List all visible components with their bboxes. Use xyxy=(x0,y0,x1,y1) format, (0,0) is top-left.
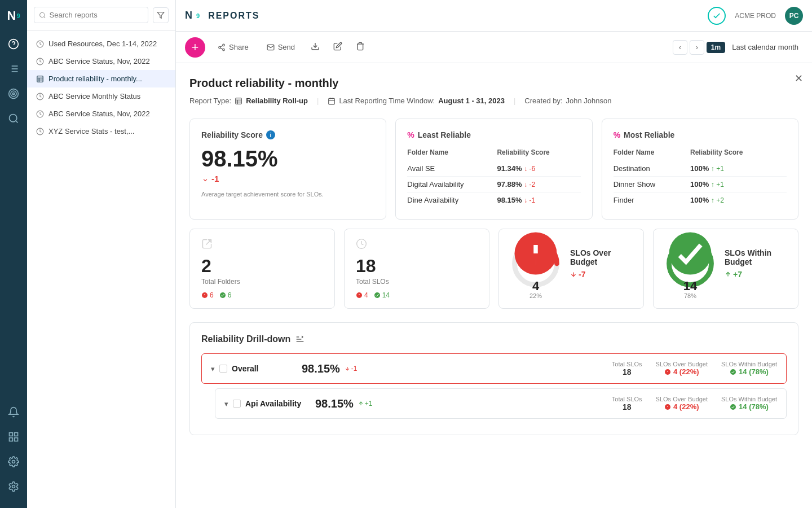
cards-row-2: 2 Total Folders 6 6 xyxy=(189,229,798,309)
svg-line-12 xyxy=(16,121,18,123)
avatar[interactable]: PC xyxy=(785,7,803,25)
report-area: ✕ Product reliability - monthly Report T… xyxy=(176,63,812,508)
slos-green-badge: 14 xyxy=(374,291,390,299)
list-item-active[interactable]: Product reliability - monthly... xyxy=(27,70,175,87)
svg-point-78 xyxy=(730,404,736,410)
table-row: Destination 100% ↑ +1 xyxy=(614,161,787,177)
nav-search-icon[interactable] xyxy=(0,106,27,131)
total-slos-label: Total SLOs xyxy=(356,278,478,286)
svg-point-50 xyxy=(220,292,226,298)
list-item[interactable]: ABC Service Monthly Status xyxy=(27,87,175,105)
main-content: N 9 REPORTS ACME PROD PC + Share Send xyxy=(176,0,812,508)
total-slos-badges: 4 14 xyxy=(356,291,478,299)
reliability-score-delta: -1 xyxy=(201,174,374,183)
svg-rect-13 xyxy=(10,433,13,436)
search-input[interactable] xyxy=(50,11,143,19)
badge-check-icon xyxy=(730,369,736,375)
search-input-wrap[interactable] xyxy=(34,7,148,23)
drilldown-section: Reliability Drill-down ▾ Overall 98.15% … xyxy=(189,322,798,435)
check-circle-icon xyxy=(219,292,226,299)
delete-button[interactable] xyxy=(352,38,368,56)
logo-9: 9 xyxy=(196,12,200,19)
list-item[interactable]: XYZ Service Stats - test,... xyxy=(27,122,175,140)
nav-target-icon[interactable] xyxy=(0,81,27,106)
reliability-score-desc: Average target achievement score for SLO… xyxy=(201,190,374,199)
info-icon[interactable]: i xyxy=(266,130,275,139)
least-reliable-card: % Least Reliable Folder Name Reliability… xyxy=(395,119,592,220)
table-icon xyxy=(36,75,44,83)
check-circle-icon xyxy=(374,292,381,299)
total-folders-label: Total Folders xyxy=(201,278,323,286)
logo-area: N 9 xyxy=(0,0,27,32)
table-row: Finder 100% ↑ +2 xyxy=(614,192,787,208)
toolbar: + Share Send ‹ › 1m Las xyxy=(176,32,812,63)
check-donut-icon xyxy=(665,228,716,279)
report-creator-meta: Created by: John Johnson xyxy=(524,97,611,105)
list-item[interactable]: ABC Service Status, Nov, 2022 xyxy=(27,52,175,70)
svg-point-17 xyxy=(12,461,15,463)
least-reliable-table: Folder Name Reliability Score Avail SE 9… xyxy=(407,146,580,208)
badge-exclamation-icon xyxy=(664,404,671,410)
nav-settings2-icon[interactable] xyxy=(0,474,27,499)
send-button[interactable]: Send xyxy=(261,40,301,55)
nav-help-icon[interactable] xyxy=(0,32,27,56)
svg-point-18 xyxy=(12,485,15,488)
add-button[interactable]: + xyxy=(185,37,205,58)
total-folders-card: 2 Total Folders 6 6 xyxy=(189,229,335,309)
report-time-meta: Last Reporting Time Window: August 1 - 3… xyxy=(328,97,505,105)
list-item[interactable]: Used Resources, Dec 1-14, 2022 xyxy=(27,35,175,52)
search-icon xyxy=(39,11,46,19)
report-type-meta: Report Type: Reliability Roll-up xyxy=(189,97,308,105)
time-badge: 1m xyxy=(707,42,725,53)
top-bar: N 9 REPORTS ACME PROD PC xyxy=(176,0,812,32)
svg-rect-14 xyxy=(15,433,18,436)
list-item[interactable]: ABC Service Status, Nov, 2022 xyxy=(27,105,175,122)
cards-row-1: Reliability Score i 98.15% -1 Average ta… xyxy=(189,119,798,220)
sort-icon xyxy=(295,335,304,344)
table-row: Avail SE 91.34% ↓ -6 xyxy=(407,161,580,177)
svg-rect-41 xyxy=(329,98,335,104)
svg-point-10 xyxy=(12,93,14,94)
folders-icon xyxy=(201,238,323,251)
edit-icon xyxy=(333,42,342,51)
svg-point-19 xyxy=(40,12,45,17)
clock-icon xyxy=(36,110,44,118)
verify-icon xyxy=(708,7,726,25)
folders-green-badge: 6 xyxy=(219,291,232,299)
svg-point-32 xyxy=(219,46,221,49)
total-folders-number: 2 xyxy=(201,256,323,277)
row-chevron[interactable]: ▾ xyxy=(211,365,215,373)
over-budget-stat: SLOs Over Budget 4 (22%) xyxy=(656,361,708,376)
svg-line-34 xyxy=(220,47,223,49)
prev-period-button[interactable]: ‹ xyxy=(673,40,687,55)
filter-button[interactable] xyxy=(153,7,169,23)
delta-arrow-icon xyxy=(358,401,364,406)
search-area xyxy=(27,0,175,30)
top-right: ACME PROD PC xyxy=(708,7,803,25)
drilldown-title: Reliability Drill-down xyxy=(201,334,787,344)
row-chevron[interactable]: ▾ xyxy=(224,400,228,408)
type-icon xyxy=(235,97,242,105)
row-checkbox[interactable] xyxy=(233,400,241,408)
within-budget-delta: +7 xyxy=(725,270,787,279)
most-reliable-card: % Most Reliable Folder Name Reliability … xyxy=(602,119,798,220)
nav-list-icon[interactable] xyxy=(0,56,27,81)
over-budget-delta: -7 xyxy=(570,270,632,279)
close-button[interactable]: ✕ xyxy=(795,72,803,85)
nav-bell-icon[interactable] xyxy=(0,400,27,424)
reliability-score-value: 98.15% xyxy=(201,146,374,172)
donut-within-chart: 14 78% xyxy=(665,238,716,289)
row-checkbox[interactable] xyxy=(219,365,227,373)
time-label: Last calendar month xyxy=(727,43,803,51)
download-button[interactable] xyxy=(307,38,323,56)
reliability-score-card: Reliability Score i 98.15% -1 Average ta… xyxy=(189,119,386,220)
report-title: Product reliability - monthly xyxy=(189,77,798,90)
share-button[interactable]: Share xyxy=(212,40,254,55)
svg-point-9 xyxy=(11,91,16,97)
nav-settings-icon[interactable] xyxy=(0,449,27,474)
edit-button[interactable] xyxy=(330,38,346,56)
panel-sidebar: Used Resources, Dec 1-14, 2022 ABC Servi… xyxy=(27,0,176,508)
nav-reports-icon[interactable] xyxy=(0,424,27,449)
next-period-button[interactable]: › xyxy=(690,40,704,55)
clock-icon xyxy=(36,40,44,48)
